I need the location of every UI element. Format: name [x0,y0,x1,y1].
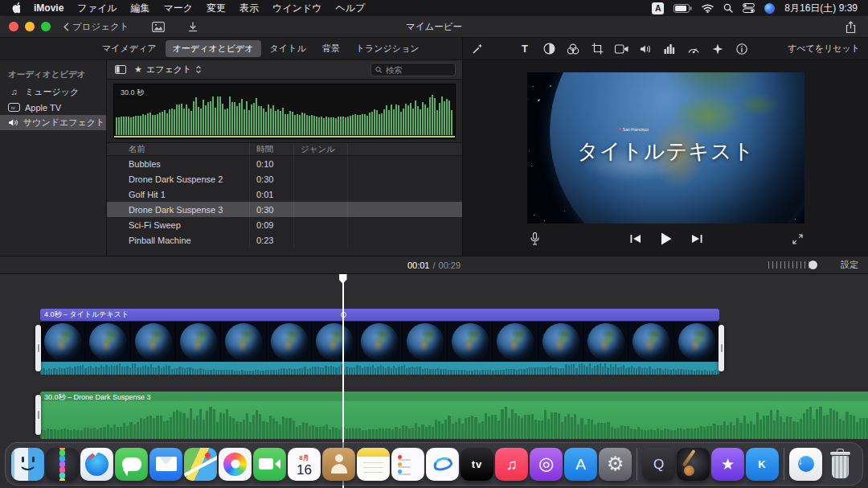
dock-imovie-icon[interactable]: ★ [711,448,744,481]
table-row[interactable]: Golf Hit 10:01 [107,187,462,202]
column-header-2[interactable]: ジャンル [293,143,347,155]
dock-notes-icon[interactable] [357,448,390,481]
panel-toggle-icon[interactable] [113,63,127,76]
tab-4[interactable]: トランジション [349,40,427,57]
dock-keynote-icon[interactable]: K [746,448,779,481]
column-header-1[interactable]: 時間 [249,143,293,155]
titles-text-icon[interactable]: T [518,42,532,55]
fullscreen-button[interactable] [792,234,803,244]
back-to-projects-button[interactable]: プロジェクト [63,21,129,33]
dock-downloads-icon[interactable]: ↓ [789,448,822,481]
timeline-video-clip[interactable] [40,322,719,375]
video-clip-left-trim-handle[interactable] [35,325,41,371]
dock-finder-icon[interactable] [11,448,44,481]
dock-facetime-icon[interactable] [253,448,286,481]
play-button[interactable] [661,232,672,245]
dock-messages-icon[interactable] [115,448,148,481]
dock-reminders-icon[interactable] [391,448,424,481]
dock-photos-icon[interactable] [219,448,252,481]
category-dropdown[interactable]: ★ エフェクト [134,64,202,76]
share-icon[interactable] [845,21,856,34]
menu-item-2[interactable]: マーク [163,0,193,16]
column-header-0[interactable]: 名前 [107,143,249,155]
dock-safari-icon[interactable] [80,448,113,481]
effects-filter-icon[interactable] [711,42,725,55]
dock-music-icon[interactable]: ♫ [495,448,528,481]
dock-quicktime-player-icon[interactable]: Q [642,448,675,481]
audio-clip-left-trim-handle[interactable] [35,395,41,435]
reset-all-button[interactable]: すべてをリセット [788,43,860,55]
menu-item-6[interactable]: ヘルプ [335,0,365,16]
menu-item-3[interactable]: 変更 [207,0,226,16]
dock-trash-icon[interactable] [824,448,857,481]
menu-bar-clock[interactable]: 8月16日(土) 9:39 [784,2,858,15]
tab-2[interactable]: タイトル [263,40,313,57]
crop-icon[interactable] [591,42,604,55]
title-overlay-text[interactable]: タイトルテキスト [577,137,755,166]
siri-icon[interactable] [764,3,775,14]
skip-back-button[interactable] [630,234,641,244]
timeline-settings-button[interactable]: 設定 [841,256,858,273]
dock-mail-icon[interactable] [149,448,182,481]
dock-freeform-icon[interactable] [426,448,459,481]
dock-launchpad-icon[interactable] [46,448,79,481]
dock-system-settings-icon[interactable]: ⚙ [599,448,632,481]
dock-app-store-icon[interactable]: A [564,448,597,481]
dock-podcasts-icon[interactable]: ◎ [530,448,563,481]
tab-1[interactable]: オーディオとビデオ [166,40,261,57]
battery-icon[interactable] [674,4,692,13]
timeline-audio-clip[interactable]: 30.0秒 – Drone Dark Suspense 3 [40,392,868,439]
table-row[interactable]: Drone Dark Suspense 20:30 [107,171,462,187]
tab-3[interactable]: 背景 [315,40,347,57]
stabilization-camera-icon[interactable] [615,42,628,55]
enhance-magic-wand-icon[interactable] [470,42,484,55]
apple-menu-icon[interactable] [10,2,20,14]
color-balance-icon[interactable] [567,42,580,55]
zoom-slider[interactable] [768,260,821,269]
skip-forward-button[interactable] [691,234,702,244]
search-input[interactable] [386,65,451,75]
menu-item-1[interactable]: 編集 [130,0,149,16]
zoom-slider-thumb[interactable] [809,260,817,269]
playhead-knob[interactable] [339,274,347,284]
dock-garageband-icon[interactable] [677,448,710,481]
close-window-button[interactable] [9,22,18,31]
control-center-icon[interactable] [743,3,755,13]
sidebar-item-2[interactable]: サウンドエフェクト [0,115,106,130]
table-row[interactable]: Bubbles0:10 [107,156,462,171]
volume-icon[interactable] [639,42,653,55]
app-menu[interactable]: iMovie [34,0,63,16]
zoom-window-button[interactable] [41,22,51,31]
sidebar-item-1[interactable]: tvApple TV [0,100,106,115]
input-source-badge[interactable]: A [652,2,664,14]
table-row[interactable]: Pinball Machine0:23 [107,232,462,248]
window-title-bar[interactable]: プロジェクト マイムービー [0,16,868,38]
dock-apple-tv-icon[interactable]: tv [461,448,493,481]
zoom-control[interactable] [768,256,821,273]
video-clip-right-trim-handle[interactable] [719,325,724,371]
dock-calendar-icon[interactable]: 8月16 [288,448,321,481]
color-correction-icon[interactable] [542,42,556,55]
minimize-window-button[interactable] [25,22,35,31]
table-row[interactable]: Sci-Fi Sweep0:09 [107,217,462,232]
menu-item-5[interactable]: ウインドウ [272,0,321,16]
menu-item-4[interactable]: 表示 [240,0,259,16]
video-preview[interactable]: San Francisco タイトルテキスト [527,72,805,223]
dock-maps-icon[interactable] [184,448,217,481]
sidebar-item-0[interactable]: ♫ミュージック [0,84,106,100]
audio-preview-waveform[interactable]: 30.0 秒 [113,84,456,139]
noise-eq-bars-icon[interactable] [663,42,677,55]
spotlight-icon[interactable] [723,3,733,13]
media-library-icon[interactable] [152,22,165,32]
menu-item-0[interactable]: ファイル [77,0,117,16]
import-media-icon[interactable] [187,21,199,32]
dock-contacts-icon[interactable] [322,448,355,481]
clip-info-icon[interactable] [735,42,749,55]
tab-0[interactable]: マイメディア [95,40,164,57]
table-row[interactable]: Drone Dark Suspense 30:30 [107,202,462,217]
voiceover-mic-icon[interactable] [530,232,539,245]
speed-gauge-icon[interactable] [687,42,701,55]
search-field[interactable] [371,63,456,76]
column-header-empty[interactable] [347,143,462,155]
wifi-icon[interactable] [702,4,714,13]
